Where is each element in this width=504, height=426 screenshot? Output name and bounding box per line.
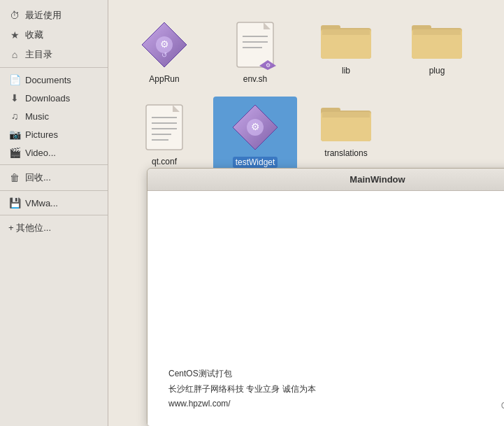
downloads-icon: ⬇ [8,92,21,104]
qtconf-file-icon [143,102,185,152]
svg-rect-19 [413,29,461,35]
mainwindow-overlay: MainWindow CentOS测试打包 长沙红胖子网络科技 专业立身 诚信为… [147,168,504,426]
window-text-line2: 长沙红胖子网络科技 专业立身 诚信为本 [168,382,316,397]
plug-folder-icon [412,20,462,62]
video-icon: 🎬 [8,147,21,158]
sidebar-item-music[interactable]: ♫ Music [0,107,108,125]
svg-rect-15 [322,29,370,35]
svg-rect-33 [322,112,370,118]
window-title: MainWindow [350,174,405,185]
apprun-file-icon: ⚙ ↺ [139,20,189,70]
envsh-file-icon: ⚙ [234,20,276,70]
file-item-translations[interactable]: translations [304,97,388,173]
main-content: ⚙ ↺ AppRun ⚙ env.sh [108,0,504,426]
svg-text:⚙: ⚙ [160,38,169,50]
pictures-icon: 📷 [8,129,21,140]
file-label-plug: plug [429,66,445,76]
window-text: CentOS测试打包 长沙红胖子网络科技 专业立身 诚信为本 www.hpzwl… [168,367,316,412]
file-label-translations: translations [324,148,367,158]
file-label-apprun: AppRun [149,74,179,84]
home-icon: ⌂ [8,49,21,60]
star-icon: ★ [8,29,21,41]
svg-text:⚙: ⚙ [266,62,271,69]
file-item-qtconf[interactable]: qt.conf [122,97,206,173]
testwidget-file-icon: ⚙ [230,102,280,152]
file-item-testwidget[interactable]: ⚙ testWidget [213,97,297,173]
sidebar-item-vmware[interactable]: 💾 VMwa... [0,194,108,212]
file-label-testwidget: testWidget [233,157,278,168]
music-icon: ♫ [8,111,21,122]
watermark: CSDN @长沙红胖子Qt [501,400,504,412]
file-item-envsh[interactable]: ⚙ env.sh [213,14,297,90]
file-item-plug[interactable]: plug [395,14,479,90]
translations-folder-icon [321,102,371,144]
trash-icon: 🗑 [8,172,21,183]
sidebar-item-downloads[interactable]: ⬇ Downloads [0,89,108,107]
file-label-qtconf: qt.conf [152,157,177,166]
sidebar-item-bookmarks[interactable]: ★ 收藏 [0,25,108,45]
svg-text:⚙: ⚙ [251,121,260,132]
lib-folder-icon [321,20,371,62]
sidebar: ⏱ 最近使用 ★ 收藏 ⌂ 主目录 📄 Documents ⬇ Download… [0,0,108,426]
sidebar-item-recent[interactable]: ⏱ 最近使用 [0,6,108,25]
window-text-line1: CentOS测试打包 [168,367,316,382]
window-footer: CentOS测试打包 长沙红胖子网络科技 专业立身 诚信为本 www.hpzwl… [168,367,504,412]
window-titlebar: MainWindow [147,169,504,191]
file-item-lib[interactable]: lib [304,14,388,90]
svg-text:↺: ↺ [161,51,167,59]
vmware-icon: 💾 [8,197,21,208]
sidebar-item-other[interactable]: + 其他位... [0,218,108,238]
file-label-envsh: env.sh [243,74,267,84]
sidebar-item-documents[interactable]: 📄 Documents [0,71,108,89]
sidebar-item-videos[interactable]: 🎬 Video... [0,143,108,162]
window-text-line3: www.hpzwl.com/ [168,397,316,412]
documents-icon: 📄 [8,74,21,85]
file-item-apprun[interactable]: ⚙ ↺ AppRun [122,14,206,90]
window-body: CentOS测试打包 长沙红胖子网络科技 专业立身 诚信为本 www.hpzwl… [147,191,504,426]
sidebar-item-trash[interactable]: 🗑 回收... [0,168,108,187]
recent-icon: ⏱ [8,10,21,21]
sidebar-item-home[interactable]: ⌂ 主目录 [0,45,108,64]
file-label-lib: lib [342,66,350,76]
sidebar-item-pictures[interactable]: 📷 Pictures [0,125,108,143]
